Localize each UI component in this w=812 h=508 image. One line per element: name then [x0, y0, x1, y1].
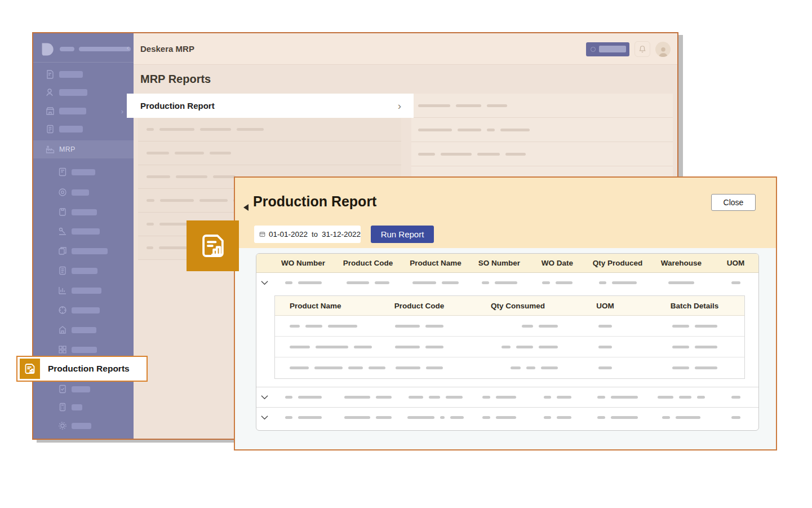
skeleton-bars: [529, 396, 585, 399]
skeleton-bars: [402, 281, 469, 284]
skeleton-bars: [72, 386, 90, 392]
column-header: Qty Consumed: [470, 302, 566, 310]
skeleton-bars: [566, 346, 645, 348]
work-order-row[interactable]: [256, 407, 758, 427]
column-header: UOM: [566, 302, 645, 310]
column-header: Qty Produced: [585, 259, 650, 267]
sidebar-subitem[interactable]: [33, 417, 134, 435]
skeleton-bars: [72, 209, 97, 215]
sidebar-subitem[interactable]: [33, 183, 134, 201]
sidebar-subitem[interactable]: [33, 242, 134, 260]
skeleton-bars: [147, 223, 191, 226]
expand-chevron-icon[interactable]: [256, 395, 272, 400]
skeleton-bars: [529, 281, 585, 284]
skeleton-bars: [585, 281, 650, 284]
work-order-row[interactable]: [256, 273, 758, 293]
close-button[interactable]: Close: [711, 194, 756, 211]
machine-icon: [57, 226, 68, 236]
sidebar-subitem[interactable]: [33, 203, 134, 221]
sidebar-item[interactable]: [33, 120, 134, 138]
skeleton-bars: [72, 228, 100, 235]
skeleton-bars: [585, 396, 650, 399]
person-icon: [657, 46, 669, 57]
expand-chevron-icon[interactable]: [256, 415, 272, 420]
report-list-item[interactable]: [411, 118, 673, 142]
contact-icon: [45, 87, 55, 98]
asset-icon: [57, 325, 68, 335]
skeleton-bars: [469, 281, 529, 284]
report-list-item[interactable]: [138, 118, 401, 142]
header-action-button[interactable]: [586, 42, 629, 56]
sidebar-item[interactable]: [33, 65, 134, 83]
skeleton-bars: [418, 104, 507, 107]
column-header: Warehouse: [650, 259, 713, 267]
sidebar-subitem[interactable]: [33, 163, 134, 181]
report-list-item-production-report[interactable]: Production Report ›: [127, 94, 414, 118]
sidebar-subitem[interactable]: [33, 222, 134, 240]
back-arrow-icon[interactable]: [243, 204, 249, 211]
consumed-materials-table: Product Name Product Code Qty Consumed U…: [274, 295, 745, 379]
skeleton-bars: [72, 404, 82, 410]
skeleton-bars: [275, 325, 369, 328]
report-list-item[interactable]: [138, 142, 401, 165]
documents-icon: [57, 246, 68, 256]
material-row: [275, 316, 744, 337]
skeleton-bars: [470, 325, 566, 328]
skeleton-bars: [529, 416, 585, 419]
report-document-icon: [23, 362, 37, 376]
production-report-feature-icon: [187, 220, 239, 271]
work-order-row[interactable]: [256, 387, 758, 407]
skeleton-bars: [79, 47, 131, 51]
skeleton-bars: [59, 89, 87, 96]
report-icon-badge: [20, 359, 40, 379]
sidebar-item-mrp[interactable]: MRP: [33, 140, 134, 158]
user-avatar[interactable]: [655, 42, 671, 57]
collapse-chevron-icon[interactable]: [256, 280, 272, 285]
material-row: [275, 357, 744, 378]
target-icon: [57, 305, 68, 315]
skeleton-bars: [650, 416, 713, 419]
sidebar-subitem[interactable]: [33, 281, 134, 299]
sidebar-subitem[interactable]: [33, 380, 134, 398]
skeleton-bars: [469, 396, 529, 399]
skeleton-bars: [713, 396, 758, 399]
skeleton-bars: [713, 416, 758, 419]
modal-title: Production Report: [253, 193, 376, 210]
report-list-item[interactable]: [411, 94, 673, 118]
support-icon: [57, 187, 68, 197]
skeleton-bars: [402, 416, 469, 419]
approval-icon: [57, 384, 68, 394]
column-header: Product Code: [369, 302, 470, 310]
column-header: WO Date: [529, 259, 585, 267]
skeleton-bars: [713, 281, 758, 284]
skeleton-bars: [369, 325, 470, 328]
sidebar-subitem[interactable]: [33, 262, 134, 280]
skeleton-bars: [59, 71, 83, 78]
sidebar-collapse-icon[interactable]: ‹: [127, 43, 129, 52]
chevron-right-icon: ›: [398, 100, 401, 112]
sidebar-subitem[interactable]: [33, 398, 134, 416]
bell-icon: [638, 45, 646, 53]
notifications-button[interactable]: [634, 41, 650, 57]
column-header: Product Name: [275, 302, 369, 310]
skeleton-bars: [599, 46, 626, 52]
chart-icon: [57, 285, 68, 295]
report-list-item[interactable]: [411, 142, 673, 166]
material-row: [275, 337, 744, 357]
skeleton-bars: [470, 346, 566, 348]
date-range-input[interactable]: 01-01-2022 to 31-12-2022: [254, 226, 361, 243]
sidebar-item[interactable]: [33, 83, 134, 101]
header-actions: [586, 41, 671, 57]
skeleton-bars: [60, 47, 74, 51]
sidebar-subitem[interactable]: [33, 321, 134, 339]
skeleton-bars: [59, 108, 86, 114]
run-report-button[interactable]: Run Report: [371, 226, 434, 243]
skeleton-bars: [147, 246, 187, 249]
sidebar-subitem[interactable]: [33, 301, 134, 319]
sidebar-item[interactable]: ›: [33, 102, 134, 120]
column-header: SO Number: [469, 259, 529, 267]
app-title: Deskera MRP: [140, 44, 194, 54]
skeleton-bars: [650, 281, 713, 284]
skeleton-bars: [369, 346, 470, 348]
divider: [33, 62, 134, 63]
